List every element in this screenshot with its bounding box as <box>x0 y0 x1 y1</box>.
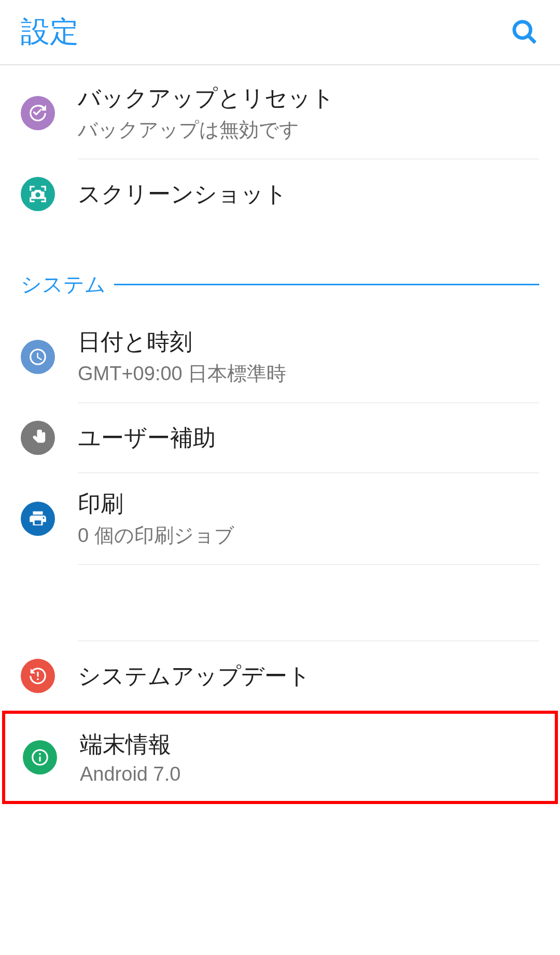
clock-icon <box>21 340 55 374</box>
item-subtitle: 0 個の印刷ジョブ <box>78 522 539 549</box>
screenshot-icon <box>21 177 55 211</box>
item-text: 日付と時刻 GMT+09:00 日本標準時 <box>78 327 539 387</box>
settings-item-update[interactable]: システムアップデート <box>0 641 560 711</box>
svg-line-1 <box>528 36 536 43</box>
svg-point-0 <box>514 22 531 38</box>
item-subtitle: GMT+09:00 日本標準時 <box>78 361 539 387</box>
item-title: システムアップデート <box>78 661 539 691</box>
settings-item-accessibility[interactable]: ユーザー補助 <box>0 403 560 473</box>
search-button[interactable] <box>510 18 539 47</box>
settings-item-backup[interactable]: バックアップとリセット バックアップは無効です <box>0 67 560 159</box>
item-title: 端末情報 <box>80 729 537 760</box>
settings-item-screenshot[interactable]: スクリーンショット <box>0 159 560 229</box>
item-text: 端末情報 Android 7.0 <box>80 729 537 785</box>
header: 設定 <box>0 0 560 65</box>
item-title: バックアップとリセット <box>78 83 539 114</box>
item-text: 印刷 0 個の印刷ジョブ <box>78 489 539 549</box>
settings-item-datetime[interactable]: 日付と時刻 GMT+09:00 日本標準時 <box>0 311 560 403</box>
item-text: スクリーンショット <box>78 179 539 210</box>
item-subtitle: バックアップは無効です <box>78 117 539 143</box>
update-icon <box>21 659 55 693</box>
section-header-system: システム <box>0 250 560 311</box>
item-subtitle: Android 7.0 <box>80 763 537 785</box>
item-title: ユーザー補助 <box>78 423 539 453</box>
empty-item <box>78 564 539 641</box>
item-text: ユーザー補助 <box>78 423 539 453</box>
highlight-annotation: 端末情報 Android 7.0 <box>2 711 558 804</box>
print-icon <box>21 502 55 536</box>
hand-icon <box>21 421 55 455</box>
page-title: 設定 <box>21 12 79 52</box>
search-icon <box>511 18 539 46</box>
section-title: システム <box>21 270 114 299</box>
settings-list: バックアップとリセット バックアップは無効です スクリーンショット システム 日… <box>0 65 560 804</box>
section-line <box>114 284 539 285</box>
settings-item-print[interactable]: 印刷 0 個の印刷ジョブ <box>0 473 560 564</box>
item-text: バックアップとリセット バックアップは無効です <box>78 83 539 143</box>
info-icon <box>23 740 57 774</box>
item-title: 日付と時刻 <box>78 327 539 357</box>
item-text: システムアップデート <box>78 661 539 691</box>
item-title: 印刷 <box>78 489 539 519</box>
settings-item-about[interactable]: 端末情報 Android 7.0 <box>5 714 555 801</box>
item-title: スクリーンショット <box>78 179 539 210</box>
backup-icon <box>21 96 55 130</box>
